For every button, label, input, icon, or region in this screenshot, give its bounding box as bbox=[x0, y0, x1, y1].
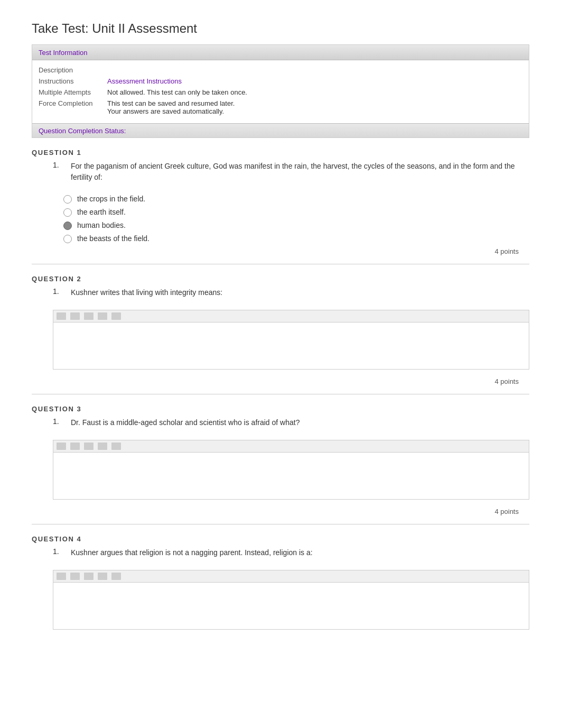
question-1-points: 4 points bbox=[32, 247, 529, 255]
question-1-option-2[interactable]: human bodies. bbox=[63, 221, 529, 230]
toolbar-item-3[interactable] bbox=[84, 312, 94, 320]
force-completion-row: Force Completion This test can be saved … bbox=[39, 98, 522, 117]
question-1-text: For the paganism of ancient Greek cultur… bbox=[71, 161, 529, 183]
multiple-attempts-row: Multiple Attempts Not allowed. This test… bbox=[39, 87, 522, 98]
multiple-attempts-label: Multiple Attempts bbox=[39, 87, 107, 98]
question-3-block: QUESTION 31.Dr. Faust is a middle-aged s… bbox=[32, 405, 529, 524]
toolbar-item-1[interactable] bbox=[57, 573, 66, 580]
question-3-row: 1.Dr. Faust is a middle-aged scholar and… bbox=[53, 417, 529, 436]
option-1-2-text: human bodies. bbox=[77, 221, 126, 229]
multiple-attempts-value: Not allowed. This test can only be taken… bbox=[107, 87, 522, 98]
toolbar-item-5[interactable] bbox=[111, 443, 121, 450]
toolbar-item-4[interactable] bbox=[98, 312, 107, 320]
question-4-row: 1.Kushner argues that religion is not a … bbox=[53, 547, 529, 566]
divider-3 bbox=[32, 524, 529, 524]
question-4-block: QUESTION 41.Kushner argues that religion… bbox=[32, 535, 529, 633]
info-table: Description Instructions Assessment Inst… bbox=[39, 64, 522, 117]
question-3-essay-area bbox=[53, 440, 529, 503]
question-completion-bar: Question Completion Status: bbox=[32, 123, 529, 137]
instructions-row: Instructions Assessment Instructions bbox=[39, 76, 522, 87]
toolbar-item-3[interactable] bbox=[84, 443, 94, 450]
question-4-number: 1. bbox=[53, 547, 68, 556]
question-3-toolbar bbox=[53, 440, 529, 452]
question-1-label: QUESTION 1 bbox=[32, 149, 529, 156]
radio-1-1[interactable] bbox=[63, 208, 72, 217]
force-completion-line1: This test can be saved and resumed later… bbox=[107, 99, 519, 107]
toolbar-item-2[interactable] bbox=[70, 443, 80, 450]
question-1-option-0[interactable]: the crops in the field. bbox=[63, 195, 529, 204]
question-4-content: 1.Kushner argues that religion is not a … bbox=[32, 547, 529, 633]
radio-1-0[interactable] bbox=[63, 195, 72, 204]
force-completion-value: This test can be saved and resumed later… bbox=[107, 98, 522, 117]
toolbar-item-4[interactable] bbox=[98, 443, 107, 450]
question-3-content: 1.Dr. Faust is a middle-aged scholar and… bbox=[32, 417, 529, 503]
question-1-block: QUESTION 11.For the paganism of ancient … bbox=[32, 149, 529, 264]
question-4-label: QUESTION 4 bbox=[32, 535, 529, 543]
toolbar-item-2[interactable] bbox=[70, 312, 80, 320]
test-info-body: Description Instructions Assessment Inst… bbox=[32, 60, 529, 123]
question-2-toolbar bbox=[53, 310, 529, 322]
divider-1 bbox=[32, 264, 529, 264]
radio-1-3[interactable] bbox=[63, 235, 72, 243]
option-1-0-text: the crops in the field. bbox=[77, 195, 145, 203]
test-info-section: Test Information Description Instruction… bbox=[32, 44, 529, 138]
question-1-row: 1.For the paganism of ancient Greek cult… bbox=[53, 161, 529, 190]
question-2-label: QUESTION 2 bbox=[32, 275, 529, 283]
question-4-essay-box[interactable] bbox=[53, 582, 529, 630]
question-3-number: 1. bbox=[53, 417, 68, 426]
description-label: Description bbox=[39, 64, 107, 76]
toolbar-item-5[interactable] bbox=[111, 573, 121, 580]
question-1-options: the crops in the field. the earth itself… bbox=[53, 195, 529, 243]
question-completion-label: Question Completion Status: bbox=[39, 127, 126, 135]
question-2-text: Kushner writes that living with integrit… bbox=[71, 287, 222, 298]
assessment-instructions-link[interactable]: Assessment Instructions bbox=[107, 77, 182, 85]
test-info-title: Test Information bbox=[39, 49, 88, 57]
question-4-text: Kushner argues that religion is not a na… bbox=[71, 547, 313, 558]
divider-2 bbox=[32, 394, 529, 394]
question-2-points: 4 points bbox=[32, 377, 529, 385]
question-3-points: 4 points bbox=[32, 508, 529, 515]
question-3-essay-box[interactable] bbox=[53, 452, 529, 500]
toolbar-item-4[interactable] bbox=[98, 573, 107, 580]
question-1-option-1[interactable]: the earth itself. bbox=[63, 208, 529, 217]
question-1-option-3[interactable]: the beasts of the field. bbox=[63, 234, 529, 243]
description-row: Description bbox=[39, 64, 522, 76]
question-3-text: Dr. Faust is a middle-aged scholar and s… bbox=[71, 417, 300, 428]
option-1-3-text: the beasts of the field. bbox=[77, 234, 149, 243]
question-2-essay-box[interactable] bbox=[53, 322, 529, 370]
question-4-essay-area bbox=[53, 570, 529, 633]
page-title: Take Test: Unit II Assessment bbox=[32, 21, 529, 36]
description-value bbox=[107, 64, 522, 76]
force-completion-line2: Your answers are saved automatically. bbox=[107, 107, 519, 115]
question-3-label: QUESTION 3 bbox=[32, 405, 529, 413]
question-4-toolbar bbox=[53, 570, 529, 582]
question-2-essay-area bbox=[53, 310, 529, 373]
option-1-1-text: the earth itself. bbox=[77, 208, 126, 216]
radio-1-2[interactable] bbox=[63, 222, 72, 230]
toolbar-item-5[interactable] bbox=[111, 312, 121, 320]
force-completion-label: Force Completion bbox=[39, 98, 107, 117]
instructions-label: Instructions bbox=[39, 76, 107, 87]
question-2-row: 1.Kushner writes that living with integr… bbox=[53, 287, 529, 306]
questions-container: QUESTION 11.For the paganism of ancient … bbox=[32, 149, 529, 633]
question-2-number: 1. bbox=[53, 287, 68, 296]
question-2-content: 1.Kushner writes that living with integr… bbox=[32, 287, 529, 373]
question-1-number: 1. bbox=[53, 161, 68, 169]
toolbar-item-3[interactable] bbox=[84, 573, 94, 580]
toolbar-item-2[interactable] bbox=[70, 573, 80, 580]
question-2-block: QUESTION 21.Kushner writes that living w… bbox=[32, 275, 529, 394]
toolbar-item-1[interactable] bbox=[57, 312, 66, 320]
toolbar-item-1[interactable] bbox=[57, 443, 66, 450]
question-1-content: 1.For the paganism of ancient Greek cult… bbox=[32, 161, 529, 243]
test-info-header: Test Information bbox=[32, 45, 529, 60]
instructions-value: Assessment Instructions bbox=[107, 76, 522, 87]
